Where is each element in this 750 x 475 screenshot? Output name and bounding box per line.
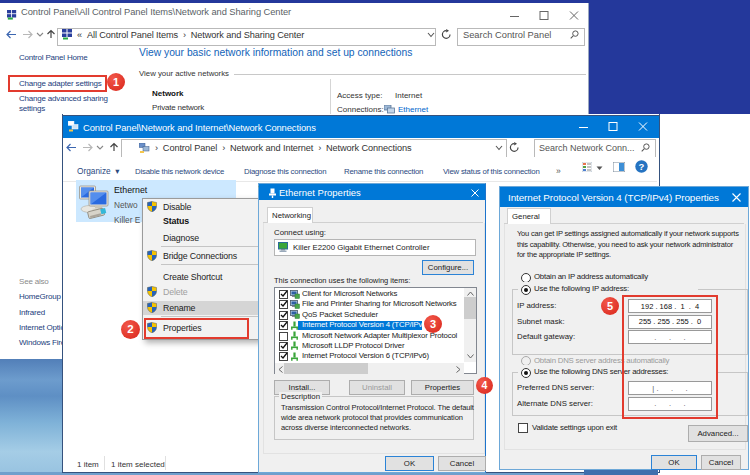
svg-text:?: ? bbox=[639, 161, 645, 172]
